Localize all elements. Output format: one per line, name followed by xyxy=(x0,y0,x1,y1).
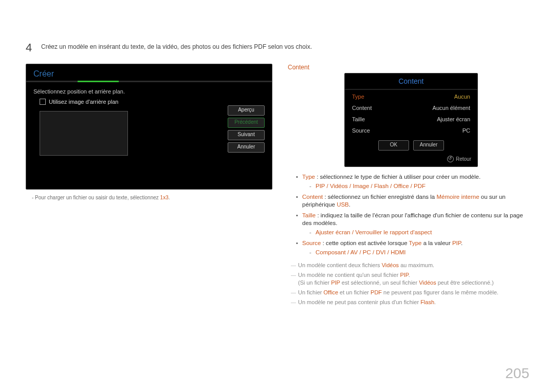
background-checkbox-row[interactable]: Utilisez image d'arrière plan xyxy=(40,99,265,105)
right-column: Content Content TypeAucun ContentAucun é… xyxy=(288,64,529,308)
content-label: Content xyxy=(288,64,529,71)
step-number: 4 xyxy=(26,41,38,54)
create-instruction: Sélectionnez position et arrière plan. xyxy=(33,88,265,95)
content-row-size[interactable]: TailleAjuster écran xyxy=(345,114,477,125)
checkbox-icon[interactable] xyxy=(40,99,46,105)
content-panel: Content TypeAucun ContentAucun élément T… xyxy=(344,73,478,167)
note-1: Un modèle contient deux fichiers Vidéos … xyxy=(291,262,529,269)
left-column: Créer Sélectionnez position et arrière p… xyxy=(26,64,272,308)
cancel-button[interactable]: Annuler xyxy=(228,142,265,153)
step-text: Créez un modèle en insérant du texte, de… xyxy=(41,41,312,52)
preview-area xyxy=(40,111,128,156)
note-3: Un fichier Office et un fichier PDF ne p… xyxy=(291,289,529,296)
bullet-size: Taille : indiquez la taille de l'écran p… xyxy=(296,212,529,236)
create-panel-title: Créer xyxy=(26,64,272,81)
preview-button[interactable]: Aperçu xyxy=(228,105,265,116)
return-icon[interactable] xyxy=(447,156,454,162)
page-number: 205 xyxy=(505,365,529,382)
note-4: Un modèle ne peut pas contenir plus d'un… xyxy=(291,298,529,306)
annuler-button[interactable]: Annuler xyxy=(413,140,444,151)
next-button[interactable]: Suivant xyxy=(228,130,265,140)
bullet-list: Type : sélectionnez le type de fichier à… xyxy=(288,173,529,256)
content-row-type[interactable]: TypeAucun xyxy=(345,91,477,102)
step-row: 4 Créez un modèle en insérant du texte, … xyxy=(26,41,529,54)
ok-button[interactable]: OK xyxy=(378,140,409,151)
bullet-source: Source : cette option est activée lorsqu… xyxy=(296,239,529,256)
background-checkbox-label: Utilisez image d'arrière plan xyxy=(49,99,118,105)
content-row-content[interactable]: ContentAucun élément xyxy=(345,102,477,114)
content-row-source[interactable]: SourcePC xyxy=(345,125,477,136)
create-panel: Créer Sélectionnez position et arrière p… xyxy=(26,64,272,190)
left-caption: - Pour charger un fichier ou saisir du t… xyxy=(32,195,272,200)
progress-indicator xyxy=(78,81,119,82)
return-label[interactable]: Retour xyxy=(456,156,471,162)
bullet-content: Content : sélectionnez un fichier enregi… xyxy=(296,193,529,209)
page: 4 Créez un modèle en insérant du texte, … xyxy=(0,0,555,392)
content-panel-title: Content xyxy=(345,73,477,90)
notes-list: Un modèle contient deux fichiers Vidéos … xyxy=(288,262,529,306)
note-2: Un modèle ne contient qu'un seul fichier… xyxy=(291,271,529,287)
previous-button[interactable]: Précédent xyxy=(228,118,265,128)
bullet-type: Type : sélectionnez le type de fichier à… xyxy=(296,173,529,190)
